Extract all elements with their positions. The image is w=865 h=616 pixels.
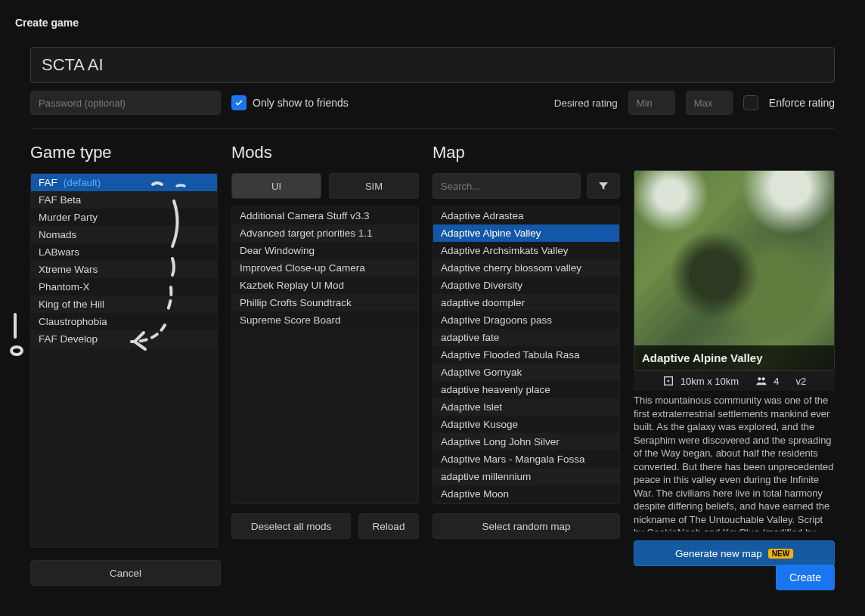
gametype-item[interactable]: Murder Party: [31, 209, 217, 226]
map-item[interactable]: Adaptive Dragoons pass: [433, 311, 619, 329]
map-item[interactable]: adaptive heavenly place: [433, 381, 619, 398]
gametype-item[interactable]: FAF Develop: [31, 330, 217, 348]
mod-item[interactable]: Advanced target priorities 1.1: [232, 224, 418, 242]
mod-item[interactable]: Dear Windowing: [232, 242, 418, 259]
deselect-mods-button[interactable]: Deselect all mods: [231, 513, 351, 539]
gametype-item[interactable]: Nomads: [31, 226, 217, 243]
generate-map-button[interactable]: Generate new map NEW: [634, 540, 835, 566]
mod-item[interactable]: Additional Camera Stuff v3.3: [232, 207, 418, 224]
mod-item[interactable]: Supreme Score Board: [232, 311, 418, 329]
only-friends-label: Only show to friends: [253, 97, 349, 109]
map-item[interactable]: Adaptive Archsimkats Valley: [433, 242, 619, 259]
random-map-button[interactable]: Select random map: [432, 513, 620, 539]
create-button[interactable]: Create: [776, 565, 835, 590]
map-item[interactable]: Adaptive Mars - Mangala Fossa: [433, 450, 619, 468]
mods-tab-sim[interactable]: SIM: [329, 173, 419, 199]
map-preview-title: Adaptive Alpine Valley: [634, 345, 834, 370]
map-description: This mountainous community was one of th…: [634, 394, 835, 531]
map-item[interactable]: Adaptive Diversity: [433, 277, 619, 294]
map-item[interactable]: Adaptive Adrastea: [433, 207, 619, 224]
size-icon: [662, 375, 674, 387]
map-list[interactable]: Adaptive AdrasteaAdaptive Alpine ValleyA…: [432, 206, 620, 504]
mods-list[interactable]: Additional Camera Stuff v3.3Advanced tar…: [231, 206, 419, 504]
new-badge: NEW: [768, 549, 793, 559]
map-heading: Map: [432, 141, 620, 163]
map-item[interactable]: Adaptive cherry blossom valley: [433, 259, 619, 277]
gametype-heading: Game type: [30, 141, 218, 163]
check-icon: [234, 98, 243, 107]
mods-heading: Mods: [231, 141, 419, 163]
gametype-item[interactable]: Claustrophobia: [31, 313, 217, 330]
svg-point-1: [668, 380, 670, 382]
map-players: 4: [774, 376, 779, 387]
mods-tab-ui[interactable]: UI: [231, 173, 321, 199]
map-filter-button[interactable]: [587, 173, 620, 199]
map-item[interactable]: Adaptive Moon: [433, 485, 619, 503]
desired-rating-label: Desired rating: [554, 98, 618, 109]
map-item[interactable]: Adaptive Long John Silver: [433, 433, 619, 450]
map-item[interactable]: Adaptive Kusoge: [433, 416, 619, 433]
players-icon: [755, 375, 767, 387]
filter-icon: [597, 180, 609, 192]
password-input[interactable]: [30, 91, 221, 115]
map-meta: 10km x 10km 4 v2: [634, 371, 835, 391]
gametype-item[interactable]: LABwars: [31, 243, 217, 261]
cancel-button[interactable]: Cancel: [30, 560, 221, 586]
map-item[interactable]: adaptive millennium: [433, 468, 619, 485]
map-item[interactable]: adaptive fate: [433, 329, 619, 346]
map-version: v2: [795, 376, 806, 387]
mod-item[interactable]: Improved Close-up Camera: [232, 259, 418, 277]
enforce-rating-label: Enforce rating: [769, 97, 835, 109]
rating-min-input[interactable]: [628, 91, 675, 115]
mod-item[interactable]: Phillip Crofts Soundtrack: [232, 294, 418, 311]
default-tag: (default): [64, 177, 101, 188]
map-item[interactable]: Adaptive Flooded Tabula Rasa: [433, 346, 619, 364]
generate-map-label: Generate new map: [675, 548, 762, 559]
map-item[interactable]: adaptive doompler: [433, 294, 619, 311]
map-item[interactable]: Adaptive Alpine Valley: [433, 224, 619, 242]
only-friends-checkbox[interactable]: [231, 95, 246, 110]
map-item[interactable]: Adaptive Gornyak: [433, 364, 619, 381]
enforce-rating-checkbox[interactable]: [743, 95, 758, 110]
gametype-item[interactable]: FAF Beta: [31, 191, 217, 209]
map-size: 10km x 10km: [681, 376, 739, 387]
map-search-input[interactable]: [432, 173, 581, 199]
mod-item[interactable]: Kazbek Replay UI Mod: [232, 277, 418, 294]
map-preview-image: Adaptive Alpine Valley: [634, 170, 835, 371]
gametype-item[interactable]: Xtreme Wars: [31, 261, 217, 278]
gametype-list[interactable]: FAF(default)FAF BetaMurder PartyNomadsLA…: [30, 173, 218, 548]
svg-point-3: [762, 377, 765, 380]
gametype-item[interactable]: King of the Hill: [31, 296, 217, 313]
map-item[interactable]: Adaptive Islet: [433, 398, 619, 416]
game-name-input[interactable]: [30, 47, 835, 83]
map-item[interactable]: Adaptive Onslaught: [433, 503, 619, 504]
gametype-item[interactable]: FAF(default): [31, 174, 217, 191]
rating-max-input[interactable]: [686, 91, 733, 115]
gametype-item[interactable]: Phantom-X: [31, 278, 217, 296]
dialog-title: Create game: [15, 17, 835, 29]
reload-mods-button[interactable]: Reload: [358, 513, 419, 539]
svg-point-2: [758, 377, 761, 380]
